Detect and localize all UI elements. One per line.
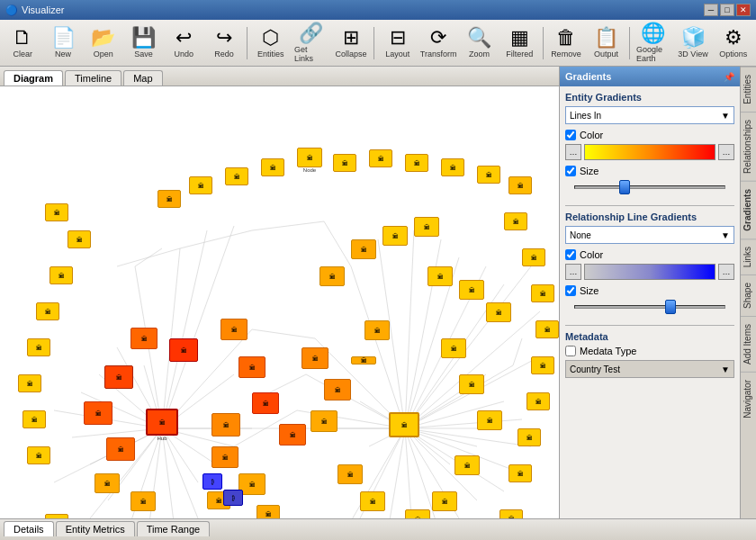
entity-color-checkbox[interactable] [565,130,576,140]
node[interactable]: 🏛 Node [297,148,322,173]
entity-size-slider[interactable] [574,185,725,196]
rel-color-right-btn[interactable]: … [718,264,734,280]
entity-slider-thumb[interactable] [619,180,630,194]
node[interactable]: 🏛 [261,158,284,176]
node[interactable]: 🏛 [486,302,511,322]
entity-color-right-btn[interactable]: … [718,144,734,160]
redo-button[interactable]: ↪ Redo [205,22,244,64]
getlinks-button[interactable]: 🔗 Get Links [292,22,330,64]
entity-color-left-btn[interactable]: … [565,144,581,160]
node[interactable]: 🏛 [324,379,351,400]
node[interactable]: 🏛 [36,302,59,320]
node[interactable]: 🏛 [212,446,238,468]
node[interactable]: 🏛 [428,266,453,286]
rel-size-slider[interactable] [574,305,725,316]
hub-node-right[interactable]: 🏛 [389,412,419,437]
node[interactable]: 🏛 [212,413,240,436]
close-button[interactable]: ✕ [736,4,751,16]
filtered-button[interactable]: ▦ Filtered [500,22,539,64]
minimize-button[interactable]: ─ [704,4,718,16]
rel-color-left-btn[interactable]: … [565,264,581,280]
node[interactable]: 🏛 [45,514,68,518]
node[interactable]: 🏛 [94,473,120,493]
node[interactable]: 🏛 [84,401,112,425]
vtab-additems[interactable]: Add Items [741,316,757,372]
layout-button[interactable]: ⊟ Layout [378,22,417,64]
node[interactable]: 🏛 [405,509,430,518]
node[interactable]: 🏛 [106,437,135,461]
tab-details[interactable]: Details [4,521,54,536]
vtab-gradients[interactable]: Gradients [741,181,757,238]
node[interactable]: 🏛 [310,410,338,432]
node[interactable]: 🏛 [477,166,500,184]
entity-gradients-dropdown[interactable]: Lines In ▼ [565,106,734,124]
node[interactable]: 🏛 [531,284,554,302]
node[interactable]: 🏛 [536,320,559,338]
node[interactable]: 🏛 [68,230,91,248]
clear-button[interactable]: 🗋 Clear [4,22,42,64]
node[interactable]: 🏛 [45,203,68,221]
node[interactable]: 🏛 [104,365,133,389]
node[interactable]: 🏛 [382,226,408,246]
zoom-button[interactable]: 🔍 Zoom [460,22,499,64]
node[interactable]: 🏛 [454,455,480,475]
tab-map[interactable]: Map [123,70,162,86]
node[interactable]: 🏛 [526,392,550,410]
tab-timeline[interactable]: Timeline [65,70,122,86]
hub-node-left[interactable]: 🏛 Hub [146,409,178,441]
node[interactable]: 🏛 [500,509,523,518]
rel-size-checkbox[interactable] [565,285,576,296]
node[interactable]: 🏛 [302,347,328,369]
vtab-entities[interactable]: Entities [741,67,757,112]
node[interactable]: 🏛 [27,338,50,356]
tab-diagram[interactable]: Diagram [4,70,63,86]
save-button[interactable]: 💾 Save [124,22,163,64]
node[interactable]: 🏛 [50,266,73,284]
remove-button[interactable]: 🗑 Remove [547,22,586,64]
node[interactable]: 🏛 [252,392,279,414]
node[interactable]: 🏛 [522,248,545,266]
transform-button[interactable]: ⟳ Transform [418,22,458,64]
node[interactable]: 🏛 [351,239,376,259]
node[interactable]: 🏛 [130,328,158,349]
node[interactable]: 🏛 [333,154,356,172]
node[interactable]: 🏛 [18,374,41,392]
node[interactable]: 🏛 [405,154,428,172]
metadata-type-checkbox[interactable] [565,346,576,356]
node[interactable]: 🏛 [508,464,532,482]
node[interactable]: 🏛 [518,428,541,446]
vtab-links[interactable]: Links [741,238,757,274]
vtab-shape[interactable]: Shape [741,274,757,316]
node[interactable]: 🏛 [158,190,181,208]
node[interactable]: 🏛 [441,338,466,358]
tab-entity-metrics[interactable]: Entity Metrics [56,521,135,536]
node[interactable]: 🏛 [130,491,156,511]
graph-canvas[interactable]: 🏛 Node 🏛 🏛 🏛 🏛 🏛 🏛 [0,86,559,518]
node[interactable]: 🏛 [369,149,392,167]
node[interactable]: 🏛 [459,374,484,394]
node[interactable]: 🏛 [531,356,554,374]
special-node[interactable]: ₿ [223,490,243,506]
metadata-dropdown[interactable]: Country Test ▼ [565,360,734,378]
node[interactable]: 🏛 [220,319,248,340]
node[interactable]: 🏛 [459,280,484,300]
entities-button[interactable]: ⬡ Entities [251,22,290,64]
vtab-relationships[interactable]: Relationships [741,112,757,181]
node[interactable]: 🏛 [508,176,532,194]
new-button[interactable]: 📄 New [44,22,83,64]
special-node[interactable]: ₿ [202,473,222,490]
node[interactable]: 🏛 [189,176,212,194]
undo-button[interactable]: ↩ Undo [165,22,203,64]
entity-size-checkbox[interactable] [565,166,576,176]
node[interactable]: 🏛 [360,491,385,511]
node[interactable]: 🏛 [27,446,50,464]
node[interactable]: 🏛 [225,167,248,185]
node[interactable]: 🏛 [432,491,457,511]
node[interactable]: 🏛 [414,217,439,237]
open-button[interactable]: 📂 Open [84,22,122,64]
relationship-gradients-dropdown[interactable]: None ▼ [565,226,734,244]
rel-color-checkbox[interactable] [565,249,576,260]
node[interactable]: 🏛 [338,464,363,484]
node[interactable]: 🏛 [351,356,376,364]
node[interactable]: 🏛 [238,356,266,378]
